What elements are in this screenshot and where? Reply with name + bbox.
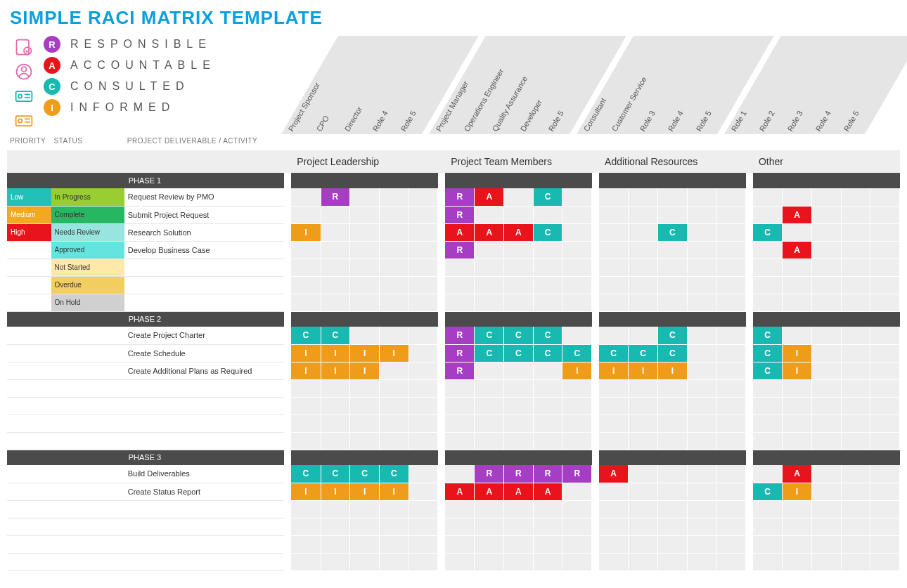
status-cell[interactable]: Overdue — [51, 276, 124, 294]
priority-cell[interactable] — [7, 241, 51, 259]
raci-cell[interactable] — [657, 241, 687, 259]
raci-cell[interactable]: A — [475, 188, 504, 206]
raci-cell[interactable] — [445, 465, 475, 483]
raci-cell[interactable]: I — [321, 344, 350, 362]
activity-cell[interactable]: Create Project Charter — [124, 327, 284, 344]
raci-cell[interactable] — [379, 259, 409, 276]
raci-cell[interactable] — [657, 206, 687, 223]
priority-cell[interactable]: High — [7, 223, 51, 241]
activity-cell[interactable]: Research Solution — [124, 223, 284, 241]
raci-cell[interactable]: C — [350, 465, 380, 483]
raci-cell[interactable] — [629, 465, 658, 483]
raci-cell[interactable] — [562, 327, 592, 344]
raci-cell[interactable]: I — [599, 362, 629, 379]
raci-cell[interactable] — [379, 188, 409, 206]
raci-cell[interactable]: I — [291, 362, 321, 379]
raci-cell[interactable] — [409, 294, 438, 311]
raci-cell[interactable] — [599, 188, 629, 206]
raci-cell[interactable]: C — [533, 223, 562, 241]
raci-cell[interactable] — [409, 483, 438, 500]
raci-cell[interactable]: I — [657, 362, 687, 379]
status-cell[interactable] — [51, 483, 124, 500]
status-cell[interactable]: Needs Review — [51, 223, 124, 241]
raci-cell[interactable] — [841, 362, 870, 379]
raci-cell[interactable] — [841, 259, 870, 276]
raci-cell[interactable] — [687, 465, 716, 483]
raci-cell[interactable]: R — [445, 188, 475, 206]
raci-cell[interactable] — [379, 241, 409, 259]
raci-cell[interactable] — [504, 188, 534, 206]
raci-cell[interactable] — [379, 206, 409, 223]
status-cell[interactable]: Approved — [51, 241, 124, 259]
raci-cell[interactable] — [811, 241, 841, 259]
priority-cell[interactable]: Medium — [7, 206, 51, 223]
raci-cell[interactable] — [783, 259, 812, 276]
raci-cell[interactable] — [841, 206, 870, 223]
raci-cell[interactable] — [504, 294, 534, 311]
raci-cell[interactable] — [409, 276, 438, 294]
raci-cell[interactable] — [379, 327, 409, 344]
priority-cell[interactable] — [7, 259, 51, 276]
raci-cell[interactable] — [562, 241, 592, 259]
raci-cell[interactable] — [409, 223, 438, 241]
raci-cell[interactable] — [409, 362, 438, 379]
status-cell[interactable] — [51, 362, 124, 379]
raci-cell[interactable] — [291, 276, 321, 294]
raci-cell[interactable] — [350, 259, 380, 276]
raci-cell[interactable] — [841, 276, 870, 294]
raci-cell[interactable]: A — [783, 206, 812, 223]
raci-cell[interactable] — [716, 294, 746, 311]
raci-cell[interactable] — [599, 223, 629, 241]
raci-cell[interactable] — [657, 483, 687, 500]
raci-cell[interactable] — [629, 241, 658, 259]
priority-cell[interactable]: Low — [7, 188, 51, 206]
raci-cell[interactable]: I — [291, 483, 321, 500]
raci-cell[interactable]: I — [629, 362, 658, 379]
raci-cell[interactable] — [716, 259, 746, 276]
raci-cell[interactable]: C — [753, 223, 783, 241]
activity-cell[interactable]: Submit Project Request — [124, 206, 284, 223]
raci-cell[interactable]: R — [445, 241, 475, 259]
raci-cell[interactable] — [870, 344, 900, 362]
raci-cell[interactable] — [753, 241, 783, 259]
raci-cell[interactable]: A — [445, 483, 475, 500]
raci-cell[interactable]: C — [533, 327, 562, 344]
raci-cell[interactable]: R — [445, 327, 475, 344]
raci-cell[interactable]: C — [657, 327, 687, 344]
raci-cell[interactable]: A — [783, 465, 812, 483]
raci-cell[interactable] — [629, 327, 658, 344]
raci-cell[interactable] — [562, 206, 592, 223]
activity-cell[interactable]: Create Status Report — [124, 483, 284, 500]
raci-cell[interactable] — [870, 362, 900, 379]
activity-cell[interactable]: Build Deliverables — [124, 465, 284, 483]
raci-cell[interactable] — [657, 465, 687, 483]
activity-cell[interactable] — [124, 259, 284, 276]
raci-cell[interactable] — [687, 188, 716, 206]
activity-cell[interactable]: Create Additional Plans as Required — [124, 362, 284, 379]
priority-cell[interactable] — [7, 276, 51, 294]
raci-cell[interactable]: A — [783, 241, 812, 259]
raci-cell[interactable] — [504, 276, 534, 294]
raci-cell[interactable] — [409, 241, 438, 259]
raci-cell[interactable]: C — [629, 344, 658, 362]
raci-cell[interactable]: C — [657, 344, 687, 362]
raci-cell[interactable] — [629, 206, 658, 223]
raci-cell[interactable] — [475, 241, 504, 259]
raci-cell[interactable] — [783, 188, 812, 206]
raci-cell[interactable] — [841, 294, 870, 311]
raci-cell[interactable] — [629, 259, 658, 276]
priority-cell[interactable] — [7, 465, 51, 483]
raci-cell[interactable] — [599, 241, 629, 259]
raci-cell[interactable]: R — [445, 206, 475, 223]
raci-cell[interactable]: I — [321, 483, 350, 500]
raci-cell[interactable]: I — [379, 344, 409, 362]
raci-cell[interactable] — [350, 188, 380, 206]
raci-cell[interactable]: C — [533, 344, 562, 362]
status-cell[interactable] — [51, 344, 124, 362]
raci-cell[interactable] — [870, 259, 900, 276]
status-cell[interactable]: On Hold — [51, 294, 124, 311]
raci-cell[interactable] — [562, 276, 592, 294]
raci-cell[interactable]: A — [599, 465, 629, 483]
raci-cell[interactable]: C — [562, 344, 592, 362]
raci-cell[interactable] — [379, 276, 409, 294]
